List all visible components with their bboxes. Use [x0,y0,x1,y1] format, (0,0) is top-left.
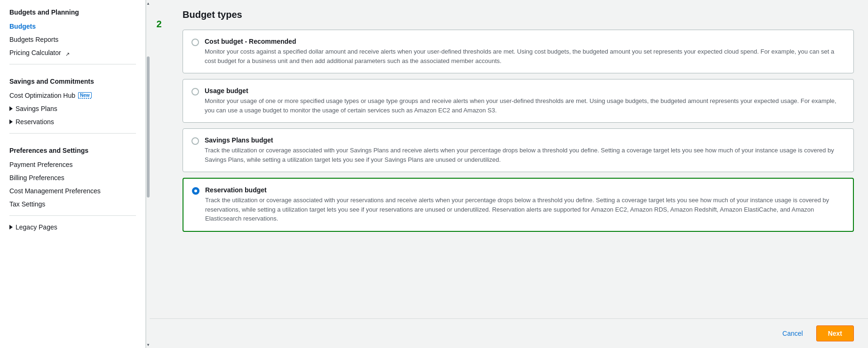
scroll-down-arrow[interactable]: ▼ [146,341,150,348]
scroll-up-arrow[interactable]: ▲ [146,0,150,7]
card-text-reservation: Reservation budget Track the utilization… [205,186,844,223]
sidebar-item-tax-settings[interactable]: Tax Settings [0,198,145,211]
page-title: Budget types [183,9,854,20]
cost-optimization-hub-label: Cost Optimization Hub [9,92,75,99]
sidebar-item-budgets-reports[interactable]: Budgets Reports [0,33,145,46]
card-text-usage: Usage budget Monitor your usage of one o… [205,87,845,115]
budget-card-reservation[interactable]: Reservation budget Track the utilization… [183,178,854,232]
radio-cost-budget[interactable] [191,39,199,46]
pricing-calculator-label: Pricing Calculator [9,49,61,56]
content-area: 2 Budget types Cost budget - Recommended… [150,0,868,318]
radio-savings-plans-budget[interactable] [191,137,199,145]
sidebar-item-pricing-calculator[interactable]: Pricing Calculator [0,46,145,59]
budget-card-usage[interactable]: Usage budget Monitor your usage of one o… [183,79,854,123]
sidebar-scrollbar[interactable]: ▲ ▼ [146,0,150,348]
card-desc-reservation: Track the utilization or coverage associ… [205,196,844,223]
card-title-usage: Usage budget [205,87,845,95]
card-title-reservation: Reservation budget [205,186,844,194]
sidebar-item-billing-preferences[interactable]: Billing Preferences [0,171,145,184]
sidebar-item-cost-optimization-hub[interactable]: Cost Optimization Hub New [0,89,145,102]
sidebar-item-payment-preferences[interactable]: Payment Preferences [0,158,145,171]
chevron-right-icon [9,106,13,111]
sidebar-item-legacy-pages[interactable]: Legacy Pages [0,221,145,234]
step-number: 2 [150,0,168,318]
sidebar-item-cost-management-preferences[interactable]: Cost Management Preferences [0,184,145,198]
radio-usage-budget[interactable] [191,88,199,95]
sidebar-divider-3 [9,215,136,216]
legacy-pages-label: Legacy Pages [16,223,57,231]
chevron-right-icon [9,119,13,124]
card-text-cost: Cost budget - Recommended Monitor your c… [205,38,845,65]
cancel-button[interactable]: Cancel [776,326,810,341]
card-text-savings-plans: Savings Plans budget Track the utilizati… [205,136,845,164]
sidebar-section-savings-commitments: Savings and Commitments [0,69,145,89]
card-desc-usage: Monitor your usage of one or more specif… [205,96,845,115]
savings-plans-label: Savings Plans [16,105,57,112]
wizard-content: Budget types Cost budget - Recommended M… [168,0,868,318]
external-link-icon [65,50,71,55]
sidebar-section-preferences-settings: Preferences and Settings [0,138,145,158]
sidebar: Budgets and Planning Budgets Budgets Rep… [0,0,146,348]
sidebar-divider-2 [9,133,136,134]
sidebar-item-budgets[interactable]: Budgets [0,20,145,33]
reservations-label: Reservations [16,118,54,126]
sidebar-item-savings-plans[interactable]: Savings Plans [0,102,145,115]
budget-card-cost[interactable]: Cost budget - Recommended Monitor your c… [183,30,854,73]
scrollbar-thumb[interactable] [147,56,150,198]
main-content: 2 Budget types Cost budget - Recommended… [150,0,868,348]
budget-card-savings-plans[interactable]: Savings Plans budget Track the utilizati… [183,128,854,172]
card-desc-savings-plans: Track the utilization or coverage associ… [205,146,845,164]
chevron-right-icon [9,225,13,229]
card-title-cost: Cost budget - Recommended [205,38,845,45]
card-title-savings-plans: Savings Plans budget [205,136,845,144]
sidebar-item-reservations[interactable]: Reservations [0,115,145,128]
footer: Cancel Next [150,318,868,348]
new-badge: New [78,92,92,99]
radio-reservation-budget[interactable] [192,187,199,195]
sidebar-divider-1 [9,64,136,64]
next-button[interactable]: Next [816,325,854,341]
card-desc-cost: Monitor your costs against a specified d… [205,47,845,65]
sidebar-section-budgets-planning: Budgets and Planning [0,0,145,20]
